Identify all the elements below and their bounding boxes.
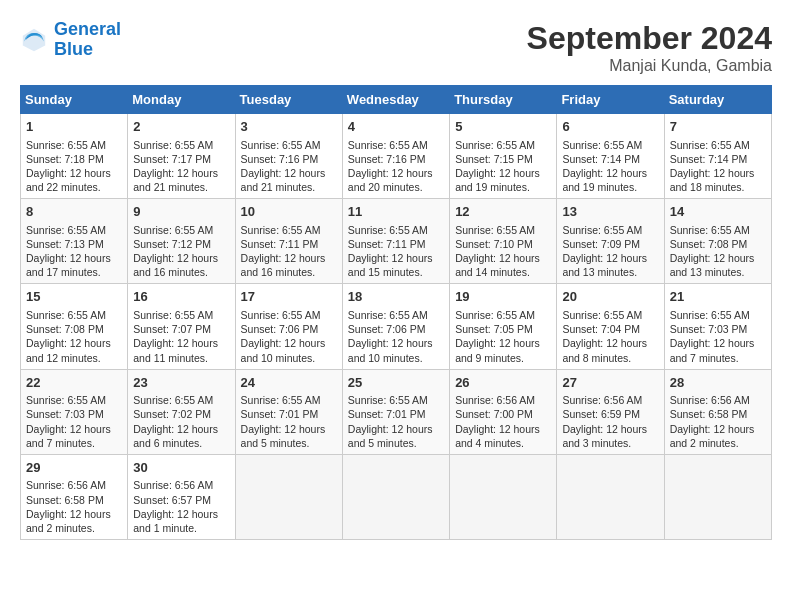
sunset-text: Sunset: 7:07 PM [133, 322, 229, 336]
table-row: 30Sunrise: 6:56 AMSunset: 6:57 PMDayligh… [128, 454, 235, 539]
daylight-text: Daylight: 12 hours and 15 minutes. [348, 251, 444, 279]
sunset-text: Sunset: 7:13 PM [26, 237, 122, 251]
day-number: 22 [26, 374, 122, 392]
daylight-text: Daylight: 12 hours and 19 minutes. [455, 166, 551, 194]
day-number: 28 [670, 374, 766, 392]
daylight-text: Daylight: 12 hours and 9 minutes. [455, 336, 551, 364]
day-number: 19 [455, 288, 551, 306]
table-row: 9Sunrise: 6:55 AMSunset: 7:12 PMDaylight… [128, 199, 235, 284]
daylight-text: Daylight: 12 hours and 21 minutes. [241, 166, 337, 194]
sunset-text: Sunset: 7:01 PM [348, 407, 444, 421]
daylight-text: Daylight: 12 hours and 2 minutes. [26, 507, 122, 535]
sunset-text: Sunset: 7:06 PM [241, 322, 337, 336]
day-number: 10 [241, 203, 337, 221]
daylight-text: Daylight: 12 hours and 3 minutes. [562, 422, 658, 450]
sunrise-text: Sunrise: 6:55 AM [133, 308, 229, 322]
day-number: 23 [133, 374, 229, 392]
day-number: 27 [562, 374, 658, 392]
day-number: 4 [348, 118, 444, 136]
table-row: 26Sunrise: 6:56 AMSunset: 7:00 PMDayligh… [450, 369, 557, 454]
sunrise-text: Sunrise: 6:55 AM [455, 223, 551, 237]
table-row: 25Sunrise: 6:55 AMSunset: 7:01 PMDayligh… [342, 369, 449, 454]
daylight-text: Daylight: 12 hours and 7 minutes. [670, 336, 766, 364]
sunrise-text: Sunrise: 6:55 AM [562, 138, 658, 152]
table-row: 1Sunrise: 6:55 AMSunset: 7:18 PMDaylight… [21, 114, 128, 199]
sunset-text: Sunset: 7:05 PM [455, 322, 551, 336]
table-row: 19Sunrise: 6:55 AMSunset: 7:05 PMDayligh… [450, 284, 557, 369]
table-row [235, 454, 342, 539]
day-number: 5 [455, 118, 551, 136]
table-row: 3Sunrise: 6:55 AMSunset: 7:16 PMDaylight… [235, 114, 342, 199]
sunset-text: Sunset: 7:16 PM [241, 152, 337, 166]
day-number: 11 [348, 203, 444, 221]
sunrise-text: Sunrise: 6:56 AM [133, 478, 229, 492]
sunset-text: Sunset: 7:15 PM [455, 152, 551, 166]
sunset-text: Sunset: 7:14 PM [562, 152, 658, 166]
table-row: 8Sunrise: 6:55 AMSunset: 7:13 PMDaylight… [21, 199, 128, 284]
day-number: 30 [133, 459, 229, 477]
sunrise-text: Sunrise: 6:55 AM [670, 308, 766, 322]
table-row [664, 454, 771, 539]
day-number: 1 [26, 118, 122, 136]
daylight-text: Daylight: 12 hours and 21 minutes. [133, 166, 229, 194]
sunset-text: Sunset: 6:58 PM [26, 493, 122, 507]
table-row: 17Sunrise: 6:55 AMSunset: 7:06 PMDayligh… [235, 284, 342, 369]
table-row: 29Sunrise: 6:56 AMSunset: 6:58 PMDayligh… [21, 454, 128, 539]
daylight-text: Daylight: 12 hours and 20 minutes. [348, 166, 444, 194]
sunrise-text: Sunrise: 6:55 AM [348, 393, 444, 407]
sunset-text: Sunset: 7:03 PM [670, 322, 766, 336]
sunset-text: Sunset: 6:59 PM [562, 407, 658, 421]
calendar-body: 1Sunrise: 6:55 AMSunset: 7:18 PMDaylight… [21, 114, 772, 540]
daylight-text: Daylight: 12 hours and 18 minutes. [670, 166, 766, 194]
table-row: 16Sunrise: 6:55 AMSunset: 7:07 PMDayligh… [128, 284, 235, 369]
table-row: 12Sunrise: 6:55 AMSunset: 7:10 PMDayligh… [450, 199, 557, 284]
sunrise-text: Sunrise: 6:55 AM [348, 308, 444, 322]
sunrise-text: Sunrise: 6:55 AM [26, 393, 122, 407]
table-row: 15Sunrise: 6:55 AMSunset: 7:08 PMDayligh… [21, 284, 128, 369]
sunset-text: Sunset: 7:04 PM [562, 322, 658, 336]
calendar-week-row: 22Sunrise: 6:55 AMSunset: 7:03 PMDayligh… [21, 369, 772, 454]
day-number: 7 [670, 118, 766, 136]
calendar-week-row: 8Sunrise: 6:55 AMSunset: 7:13 PMDaylight… [21, 199, 772, 284]
table-row: 10Sunrise: 6:55 AMSunset: 7:11 PMDayligh… [235, 199, 342, 284]
sunrise-text: Sunrise: 6:55 AM [241, 138, 337, 152]
daylight-text: Daylight: 12 hours and 12 minutes. [26, 336, 122, 364]
sunset-text: Sunset: 7:02 PM [133, 407, 229, 421]
daylight-text: Daylight: 12 hours and 13 minutes. [670, 251, 766, 279]
sunrise-text: Sunrise: 6:55 AM [241, 223, 337, 237]
sunrise-text: Sunrise: 6:55 AM [26, 223, 122, 237]
calendar-title: September 2024 Manjai Kunda, Gambia [527, 20, 772, 75]
daylight-text: Daylight: 12 hours and 1 minute. [133, 507, 229, 535]
table-row: 11Sunrise: 6:55 AMSunset: 7:11 PMDayligh… [342, 199, 449, 284]
calendar-week-row: 29Sunrise: 6:56 AMSunset: 6:58 PMDayligh… [21, 454, 772, 539]
table-row [557, 454, 664, 539]
day-number: 16 [133, 288, 229, 306]
header-thursday: Thursday [450, 86, 557, 114]
sunset-text: Sunset: 7:16 PM [348, 152, 444, 166]
days-header-row: Sunday Monday Tuesday Wednesday Thursday… [21, 86, 772, 114]
sunrise-text: Sunrise: 6:55 AM [26, 308, 122, 322]
sunset-text: Sunset: 7:09 PM [562, 237, 658, 251]
day-number: 15 [26, 288, 122, 306]
header-tuesday: Tuesday [235, 86, 342, 114]
daylight-text: Daylight: 12 hours and 10 minutes. [348, 336, 444, 364]
sunset-text: Sunset: 7:11 PM [348, 237, 444, 251]
header-monday: Monday [128, 86, 235, 114]
day-number: 8 [26, 203, 122, 221]
sunrise-text: Sunrise: 6:55 AM [133, 393, 229, 407]
sunset-text: Sunset: 7:08 PM [670, 237, 766, 251]
sunset-text: Sunset: 7:17 PM [133, 152, 229, 166]
table-row: 13Sunrise: 6:55 AMSunset: 7:09 PMDayligh… [557, 199, 664, 284]
day-number: 24 [241, 374, 337, 392]
daylight-text: Daylight: 12 hours and 6 minutes. [133, 422, 229, 450]
day-number: 25 [348, 374, 444, 392]
sunset-text: Sunset: 6:57 PM [133, 493, 229, 507]
day-number: 3 [241, 118, 337, 136]
sunset-text: Sunset: 7:03 PM [26, 407, 122, 421]
sunset-text: Sunset: 7:12 PM [133, 237, 229, 251]
logo: General Blue [20, 20, 121, 60]
day-number: 18 [348, 288, 444, 306]
day-number: 17 [241, 288, 337, 306]
daylight-text: Daylight: 12 hours and 19 minutes. [562, 166, 658, 194]
sunrise-text: Sunrise: 6:55 AM [241, 393, 337, 407]
